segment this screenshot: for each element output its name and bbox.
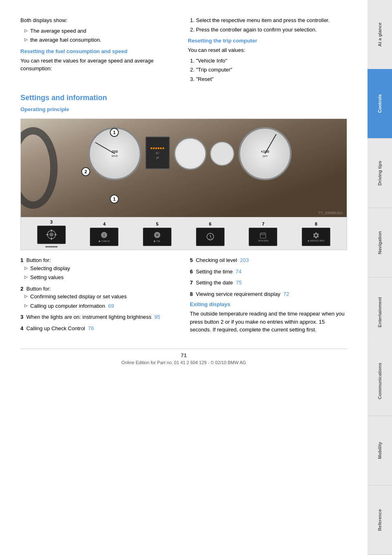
svg-line-8	[210, 237, 212, 237]
resetting-trip-text: You can reset all values:	[188, 46, 347, 54]
button-2-bullet-2: Calling up computer information 69	[24, 302, 178, 310]
page-footer: 71 Online Edition for Part no. 01 41 2 6…	[20, 349, 347, 365]
svg-rect-3	[51, 238, 52, 240]
trip-step-2: "Trip computer"	[196, 66, 347, 74]
icon-item-6: 6 18:15	[196, 222, 225, 246]
trip-steps-list: "Vehicle Info" "Trip computer" "Reset"	[188, 57, 347, 83]
top-two-col: Both displays show: The average speed an…	[20, 16, 347, 85]
svg-rect-2	[51, 230, 52, 232]
operating-principle-title: Operating principle	[20, 106, 347, 112]
button-1-bullet-1: Selecting display	[24, 264, 178, 273]
button-6-desc: 6 Setting the time 74	[190, 268, 347, 276]
svg-rect-5	[54, 234, 56, 235]
right-col: Select the respective menu item and pres…	[188, 16, 347, 85]
icon-box-4: ▶ CHECK	[90, 228, 118, 246]
diagram-watermark: TY_33089USA	[318, 211, 343, 215]
sidebar-tab-mobility[interactable]: Mobility	[368, 416, 392, 486]
icon-box-6: 18:15	[196, 228, 225, 246]
resetting-trip-title: Resetting the trip computer	[188, 38, 347, 44]
button-7-desc: 7 Setting the date 75	[190, 279, 347, 287]
button-8-desc: 8 Viewing service requirement display 72	[190, 290, 347, 298]
button-5-desc: 5 Checking oil level 203	[190, 256, 347, 264]
icon-box-5: ▶ OIL	[143, 228, 172, 246]
bottom-icons-strip: 3 ■■■■■■■ 4 ▶ CHECK 5 ▶ OIL	[21, 217, 347, 250]
marker-1-bottom: 1	[110, 195, 119, 204]
desc-right-col: 5 Checking oil level 203 6 Setting the t…	[190, 256, 347, 336]
instrument-diagram: 200 km/h ■■■■■■ BC pl	[20, 119, 347, 250]
sidebar-tab-driving-tips[interactable]: Driving tips	[368, 139, 392, 208]
icon-item-3: 3 ■■■■■■■	[37, 219, 66, 248]
svg-point-1	[49, 233, 53, 237]
footer-text: Online Edition for Part no. 01 41 2 604 …	[20, 360, 347, 365]
icon-item-7: 7 08.04.2004	[249, 222, 277, 246]
exiting-displays-text: The outside temperature reading and the …	[190, 310, 347, 334]
svg-text:18:15: 18:15	[209, 238, 212, 240]
icon-item-4: 4 ▶ CHECK	[90, 222, 118, 246]
sidebar-tab-controls[interactable]: Controls	[368, 69, 392, 139]
fuel-step-1: Select the respective menu item and pres…	[196, 16, 347, 25]
bullet-list: The average speed and the average fuel c…	[20, 27, 180, 44]
bullet-item-2: the average fuel consumption.	[24, 36, 180, 44]
button-3-desc: 3 When the lights are on: instrument lig…	[20, 313, 178, 321]
marker-2: 2	[81, 167, 90, 176]
sidebar: At a glance Controls Driving tips Naviga…	[368, 0, 392, 555]
intro-text: Both displays show:	[20, 16, 180, 25]
button-1-bullet-2: Setting values	[24, 273, 178, 282]
main-content: Both displays show: The average speed an…	[0, 0, 368, 555]
sidebar-tab-reference[interactable]: Reference	[368, 486, 392, 555]
exiting-displays-title: Exiting displays	[190, 301, 347, 307]
icon-box-3	[37, 226, 66, 244]
fuel-steps-list: Select the respective menu item and pres…	[188, 16, 347, 34]
sidebar-tab-entertainment[interactable]: Entertainment	[368, 278, 392, 347]
left-col: Both displays show: The average speed an…	[20, 16, 180, 85]
svg-rect-4	[46, 234, 48, 235]
trip-step-3: "Reset"	[196, 75, 347, 83]
trip-step-1: "Vehicle Info"	[196, 57, 347, 65]
desc-left-col: 1 Button for: Selecting display Setting …	[20, 256, 178, 336]
resetting-fuel-text: You can reset the values for average spe…	[20, 57, 180, 73]
resetting-fuel-title: Resetting the fuel consumption and speed	[20, 48, 180, 54]
icon-item-5: 5 ▶ OIL	[143, 222, 172, 246]
sidebar-tab-communications[interactable]: Communications	[368, 347, 392, 416]
button-1-desc: 1 Button for: Selecting display Setting …	[20, 256, 178, 282]
sidebar-tab-navigation[interactable]: Navigation	[368, 208, 392, 278]
desc-two-col: 1 Button for: Selecting display Setting …	[20, 256, 347, 336]
button-2-bullet-1: Confirming selected display or set value…	[24, 293, 178, 301]
sidebar-tab-at-a-glance[interactable]: At a glance	[368, 0, 392, 69]
icon-box-7: 08.04.2004	[249, 228, 277, 246]
marker-1-top: 1	[110, 128, 119, 137]
button-2-desc: 2 Button for: Confirming selected displa…	[20, 285, 178, 310]
fuel-step-2: Press the controller again to confirm yo…	[196, 26, 347, 34]
icon-box-8: ▶ SERVICE-INFO	[302, 228, 330, 246]
icon-item-8: 8 ▶ SERVICE-INFO	[302, 222, 330, 246]
sidebar-tabs: At a glance Controls Driving tips Naviga…	[368, 0, 392, 555]
svg-rect-10	[261, 233, 266, 238]
settings-title: Settings and information	[20, 94, 347, 102]
button-4-desc: 4 Calling up Check Control 76	[20, 324, 178, 333]
bullet-item-1: The average speed and	[24, 27, 180, 35]
page-number: 71	[20, 352, 347, 358]
